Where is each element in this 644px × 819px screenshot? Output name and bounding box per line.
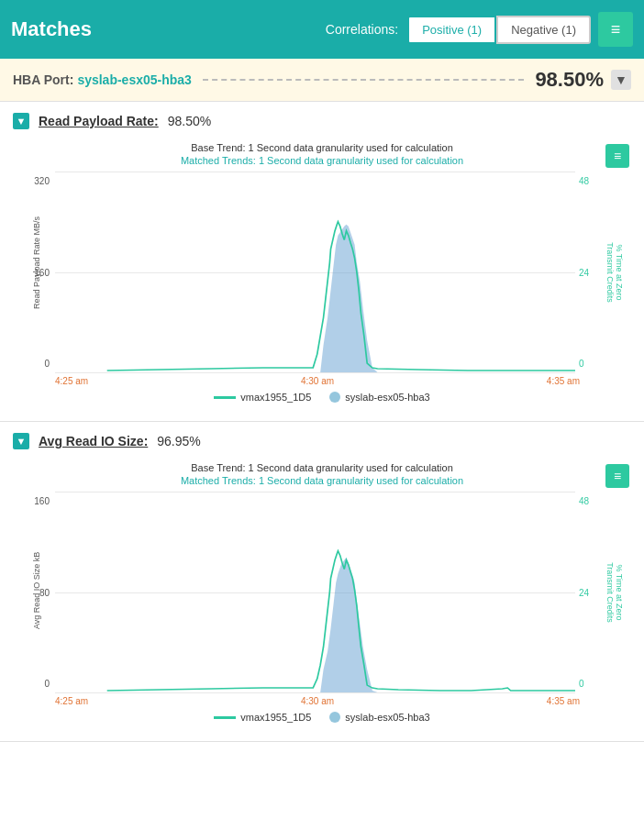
x-tick-430-chart2: 4:30 am — [301, 696, 334, 706]
blue-area-chart1 — [316, 225, 378, 372]
metric-section-read-payload: ▼ Read Payload Rate: 98.50% ≡ Base Trend… — [0, 102, 644, 422]
chart-wrapper-avg-read-io: Avg Read IO Size kB 160 80 0 — [9, 492, 635, 693]
metric-header-read-payload: ▼ Read Payload Rate: 98.50% — [0, 102, 644, 135]
collapse-button-read-payload[interactable]: ▼ — [13, 113, 29, 129]
y-tick-0-2: 0 — [44, 679, 50, 689]
page-title: Matches — [11, 17, 326, 41]
header: Matches Correlations: Positive (1) Negat… — [0, 0, 644, 59]
chart-base-trend-read-payload: Base Trend: 1 Second data granularity us… — [9, 142, 635, 153]
x-tick-425-chart2: 4:25 am — [55, 696, 88, 706]
y-tick-48-right-2: 48 — [579, 496, 589, 506]
chart-svg-read-payload — [55, 172, 575, 372]
chart-inner-avg-read-io — [55, 492, 575, 693]
collapse-button-avg-read-io[interactable]: ▼ — [13, 433, 29, 449]
hba-port-label: HBA Port: — [13, 72, 73, 87]
metric-pct-avg-read-io: 96.95% — [157, 434, 200, 448]
y-axis-left-read-payload: Read Payload Rate MB/s 320 160 0 — [9, 172, 55, 373]
legend-read-payload: vmax1955_1D5 syslab-esx05-hba3 — [9, 392, 635, 403]
chart-menu-button-avg-read-io[interactable]: ≡ — [605, 464, 629, 488]
y-axis-right-avg-read-io: 48 24 0 % Time at ZeroTransmit Credits v… — [575, 492, 635, 693]
chart-base-trend-avg-read-io: Base Trend: 1 Second data granularity us… — [9, 462, 635, 473]
legend-avg-read-io: vmax1955_1D5 syslab-esx05-hba3 — [9, 712, 635, 723]
correlations-label: Correlations: — [326, 22, 398, 37]
x-tick-425-chart1: 4:25 am — [55, 376, 88, 386]
metric-pct-read-payload: 98.50% — [168, 114, 211, 128]
legend-item-blue-chart2: syslab-esx05-hba3 — [329, 712, 429, 723]
positive-button[interactable]: Positive (1) — [407, 16, 496, 44]
menu-button[interactable]: ≡ — [598, 12, 633, 47]
y-tick-48-right: 48 — [579, 176, 589, 186]
legend-label-green-chart2: vmax1955_1D5 — [240, 712, 311, 723]
legend-circle-blue-chart1 — [329, 392, 340, 403]
grid-line-bot-2 — [55, 692, 575, 693]
chart-menu-button-read-payload[interactable]: ≡ — [605, 144, 629, 168]
x-tick-430-chart1: 4:30 am — [301, 376, 334, 386]
legend-item-blue-chart1: syslab-esx05-hba3 — [329, 392, 429, 403]
chart-container-avg-read-io: ≡ Base Trend: 1 Second data granularity … — [9, 462, 635, 723]
legend-label-blue-chart1: syslab-esx05-hba3 — [345, 392, 429, 403]
y-axis-right-read-payload: 48 24 0 % Time at ZeroTransmit Credits v… — [575, 172, 635, 373]
x-axis-read-payload: 4:25 am 4:30 am 4:35 am — [9, 373, 635, 386]
grid-line-bot — [55, 372, 575, 373]
legend-label-green-chart1: vmax1955_1D5 — [240, 392, 311, 403]
legend-item-green-chart1: vmax1955_1D5 — [214, 392, 311, 403]
chart-matched-trend-read-payload: Matched Trends: 1 Second data granularit… — [9, 155, 635, 166]
chart-inner-read-payload — [55, 172, 575, 373]
hba-chevron-button[interactable]: ▼ — [611, 70, 631, 90]
metric-title-read-payload: Read Payload Rate: — [39, 114, 159, 128]
y-tick-320: 320 — [34, 176, 50, 186]
x-axis-avg-read-io: 4:25 am 4:30 am 4:35 am — [9, 693, 635, 706]
hba-port-row: HBA Port: syslab-esx05-hba3 98.50% ▼ — [0, 59, 644, 102]
negative-button[interactable]: Negative (1) — [496, 16, 591, 44]
chart-svg-avg-read-io — [55, 492, 575, 692]
legend-line-green-chart2 — [214, 716, 236, 719]
y-tick-0-right: 0 — [579, 359, 584, 369]
legend-label-blue-chart2: syslab-esx05-hba3 — [345, 712, 429, 723]
metric-section-avg-read-io: ▼ Avg Read IO Size: 96.95% ≡ Base Trend:… — [0, 422, 644, 742]
chart-matched-trend-avg-read-io: Matched Trends: 1 Second data granularit… — [9, 475, 635, 486]
metric-title-avg-read-io: Avg Read IO Size: — [39, 434, 148, 448]
y-right-label-read-payload: % Time at ZeroTransmit Credits — [605, 227, 624, 318]
x-tick-435-chart1: 4:35 am — [547, 376, 580, 386]
blue-area-chart2 — [316, 558, 378, 692]
y-tick-160: 160 — [34, 268, 50, 278]
x-tick-435-chart2: 4:35 am — [547, 696, 580, 706]
y-tick-80-2: 80 — [39, 588, 50, 598]
y-right-label-avg-read-io: % Time at ZeroTransmit Credits — [605, 547, 624, 638]
y-tick-0-left: 0 — [44, 359, 50, 369]
y-tick-0-right-2: 0 — [579, 679, 584, 689]
hba-port-percentage: 98.50% — [535, 68, 604, 92]
y-tick-160-2: 160 — [34, 496, 50, 506]
legend-line-green-chart1 — [214, 396, 236, 399]
hba-dots — [203, 79, 524, 81]
y-axis-left-avg-read-io: Avg Read IO Size kB 160 80 0 — [9, 492, 55, 693]
y-tick-24-right: 24 — [579, 268, 589, 278]
chart-container-read-payload: ≡ Base Trend: 1 Second data granularity … — [9, 142, 635, 403]
legend-item-green-chart2: vmax1955_1D5 — [214, 712, 311, 723]
hba-port-link[interactable]: syslab-esx05-hba3 — [77, 72, 192, 87]
y-tick-24-right-2: 24 — [579, 588, 589, 598]
legend-circle-blue-chart2 — [329, 712, 340, 723]
chart-wrapper-read-payload: Read Payload Rate MB/s 320 160 0 — [9, 172, 635, 373]
menu-icon: ≡ — [611, 20, 621, 39]
metric-header-avg-read-io: ▼ Avg Read IO Size: 96.95% — [0, 422, 644, 455]
main-content: HBA Port: syslab-esx05-hba3 98.50% ▼ ▼ R… — [0, 59, 644, 819]
